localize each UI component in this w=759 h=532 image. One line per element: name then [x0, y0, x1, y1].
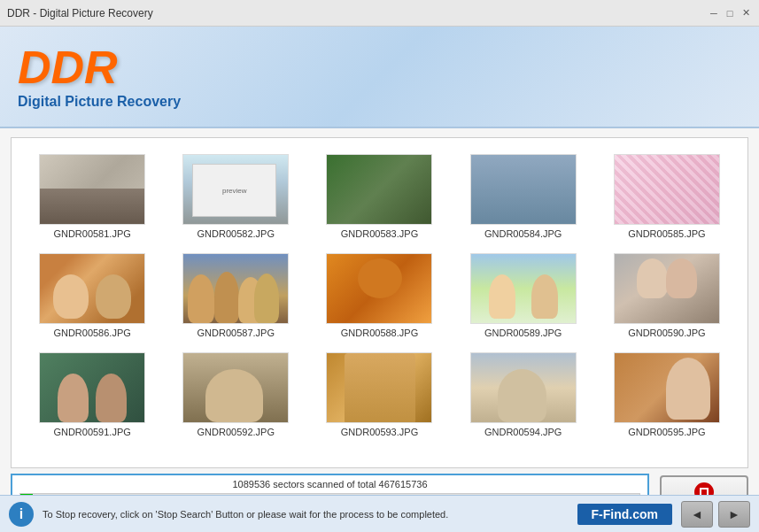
- minimize-button[interactable]: ─: [708, 7, 720, 19]
- app-header: DDR Digital Picture Recovery: [0, 27, 759, 128]
- status-text: To Stop recovery, click on 'Stop Search'…: [43, 509, 569, 520]
- thumb-label: GNDR00595.JPG: [628, 427, 705, 437]
- gallery-container[interactable]: GNDR00581.JPG preview GNDR00582.JPG GNDR…: [11, 137, 748, 468]
- list-item[interactable]: GNDR00589.JPG: [452, 246, 595, 345]
- thumb-label: GNDR00594.JPG: [484, 427, 562, 437]
- thumb-label: GNDR00586.JPG: [53, 328, 130, 338]
- thumb-label: GNDR00587.JPG: [197, 328, 275, 338]
- thumb-label: GNDR00583.JPG: [341, 228, 418, 239]
- thumb-label: GNDR00591.JPG: [53, 427, 130, 437]
- thumb-label: GNDR00584.JPG: [484, 228, 562, 239]
- thumb-label: GNDR00581.JPG: [53, 228, 130, 239]
- nav-buttons: ◄ ►: [681, 501, 750, 528]
- list-item[interactable]: GNDR00583.JPG: [307, 147, 451, 246]
- thumb-label: GNDR00582.JPG: [197, 228, 275, 239]
- list-item[interactable]: GNDR00585.JPG: [595, 147, 739, 246]
- next-button[interactable]: ►: [718, 501, 750, 528]
- thumb-label: GNDR00592.JPG: [197, 427, 275, 437]
- thumb-label: GNDR00589.JPG: [484, 328, 562, 338]
- logo-subtitle: Digital Picture Recovery: [18, 94, 181, 110]
- list-item[interactable]: GNDR00588.JPG: [307, 246, 451, 345]
- maximize-button[interactable]: □: [724, 7, 736, 19]
- window-controls: ─ □ ✕: [708, 7, 752, 19]
- close-button[interactable]: ✕: [740, 7, 752, 19]
- list-item[interactable]: GNDR00581.JPG: [20, 147, 164, 246]
- thumb-label: GNDR00588.JPG: [341, 328, 418, 338]
- list-item[interactable]: GNDR00593.JPG: [307, 345, 451, 444]
- list-item[interactable]: preview GNDR00582.JPG: [164, 147, 307, 246]
- logo-ddr: DDR: [18, 44, 118, 90]
- gallery-grid: GNDR00581.JPG preview GNDR00582.JPG GNDR…: [12, 138, 747, 453]
- list-item[interactable]: GNDR00592.JPG: [164, 345, 307, 444]
- ffind-badge: F-Find.com: [577, 504, 672, 525]
- list-item[interactable]: GNDR00594.JPG: [452, 345, 595, 444]
- thumb-label: GNDR00585.JPG: [628, 228, 705, 239]
- list-item[interactable]: GNDR00584.JPG: [452, 147, 595, 246]
- main-content: GNDR00581.JPG preview GNDR00582.JPG GNDR…: [0, 128, 759, 532]
- list-item[interactable]: GNDR00586.JPG: [20, 246, 164, 345]
- list-item[interactable]: GNDR00591.JPG: [20, 345, 164, 444]
- info-icon: i: [9, 502, 34, 527]
- list-item[interactable]: GNDR00587.JPG: [164, 246, 307, 345]
- status-bar: i To Stop recovery, click on 'Stop Searc…: [0, 495, 759, 532]
- prev-button[interactable]: ◄: [681, 501, 713, 528]
- title-text: DDR - Digital Picture Recovery: [7, 7, 153, 19]
- thumb-label: GNDR00593.JPG: [341, 427, 418, 437]
- logo-container: DDR Digital Picture Recovery: [18, 44, 181, 110]
- list-item[interactable]: GNDR00595.JPG: [595, 345, 739, 444]
- thumb-label: GNDR00590.JPG: [628, 328, 705, 338]
- title-bar: DDR - Digital Picture Recovery ─ □ ✕: [0, 0, 759, 27]
- list-item[interactable]: GNDR00590.JPG: [595, 246, 739, 345]
- scan-progress-text: 1089536 sectors scanned of total 4676157…: [19, 479, 640, 490]
